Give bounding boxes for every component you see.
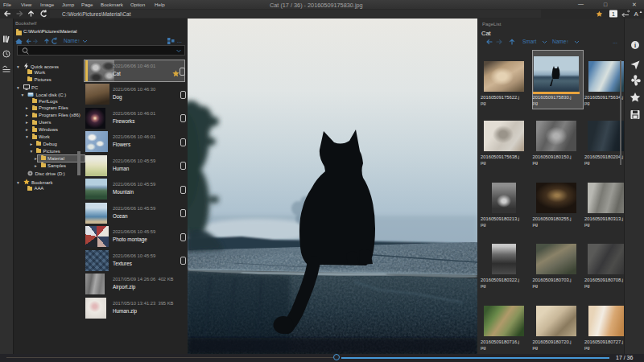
svg-text:...: ...	[177, 38, 182, 43]
svg-text:A: A	[634, 10, 639, 18]
svg-text:Name↑: Name↑	[552, 39, 569, 44]
svg-text:Smart: Smart	[522, 39, 537, 44]
svg-text:Name↑: Name↑	[64, 38, 80, 43]
svg-text:1: 1	[612, 11, 615, 17]
svg-text:...: ...	[613, 39, 617, 44]
svg-text:i: i	[634, 42, 636, 49]
